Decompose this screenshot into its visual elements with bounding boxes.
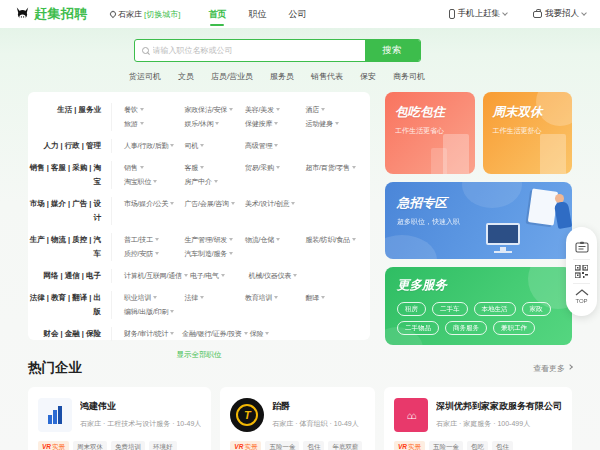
service-tag-housekeeping[interactable]: 家政: [522, 302, 551, 316]
hot-tag[interactable]: 店员/营业员: [211, 71, 253, 82]
nav-companies[interactable]: 公司: [288, 0, 306, 29]
site-logo[interactable]: 赶集招聘: [14, 5, 88, 23]
category-item[interactable]: 保健按摩: [245, 117, 304, 131]
company-logo: [38, 398, 72, 432]
service-tag-parttime[interactable]: 兼职工作: [493, 321, 535, 335]
building-decoration: [540, 134, 566, 174]
category-item[interactable]: 教育培训: [245, 291, 304, 305]
category-item[interactable]: 人事/行政/后勤: [124, 139, 183, 153]
category-group-label: 人力 | 行政 | 管理: [28, 139, 112, 153]
category-item[interactable]: 司机: [185, 139, 244, 153]
hot-tag[interactable]: 保安: [360, 71, 376, 82]
company-tag: 包住: [303, 441, 324, 450]
company-logo: ⌂⌂: [394, 398, 428, 432]
service-tag-secondhand[interactable]: 二手物品: [397, 321, 439, 335]
category-row: 销售 | 客服 | 采购 | 淘宝 销售 客服 贸易/采购 超市/百货/零售 淘…: [28, 157, 370, 193]
hot-tag[interactable]: 货运司机: [129, 71, 161, 82]
vr-badge: VR实景: [394, 441, 425, 450]
company-tag: 五险一金: [265, 441, 299, 450]
feedback-button[interactable]: [566, 236, 597, 259]
category-item[interactable]: 电子/电气: [190, 269, 247, 283]
category-item[interactable]: 房产中介: [185, 175, 244, 189]
category-item[interactable]: 汽车制造/服务: [185, 247, 244, 261]
search-button[interactable]: 搜索: [365, 40, 420, 61]
category-item[interactable]: 餐饮: [124, 103, 183, 117]
company-card[interactable]: ⌂⌂ 深圳优邦到家家政服务有限公司 石家庄 · 家庭服务 · 100-499人 …: [384, 387, 572, 450]
category-item[interactable]: 高级管理: [245, 139, 304, 153]
category-item[interactable]: 金融/银行/证券/投资: [182, 327, 248, 341]
more-services-title: 更多服务: [397, 277, 572, 294]
category-item[interactable]: 贸易/采购: [245, 161, 304, 175]
recruit-label: 我要招人: [545, 8, 579, 20]
category-item[interactable]: 旅游: [124, 117, 183, 131]
hot-tag[interactable]: 服务员: [270, 71, 294, 82]
company-meta: 石家庄 · 体育组织 · 10-49人: [272, 419, 358, 429]
category-item[interactable]: 职业培训: [124, 291, 183, 305]
category-group-label: 市场 | 媒介 | 广告 | 设计: [28, 197, 112, 225]
category-item[interactable]: 财务/审计/统计: [124, 327, 180, 341]
category-item[interactable]: 美容/美发: [245, 103, 304, 117]
search-input[interactable]: [153, 46, 358, 55]
company-card[interactable]: 鸿建伟业 石家庄 · 工程技术与设计服务 · 10-49人 VR实景 周末双休 …: [28, 387, 211, 450]
main-nav: 首页 职位 公司: [208, 0, 306, 29]
promo-card-urgent-hiring[interactable]: 急招专区 超多职位，快速入职: [385, 182, 572, 259]
category-item[interactable]: 淘宝职位: [124, 175, 183, 189]
company-card[interactable]: T 跆爵 石家庄 · 体育组织 · 10-49人 VR实景 五险一金 包住 年底…: [220, 387, 375, 450]
category-item[interactable]: 保险: [250, 327, 306, 341]
category-group-label: 生产 | 物流 | 质控 | 汽车: [28, 233, 112, 261]
search-bar: 搜索: [134, 39, 421, 62]
category-item[interactable]: 美术/设计/创意: [245, 197, 304, 211]
category-item[interactable]: 运动健身: [306, 117, 365, 131]
service-tag-used-cars[interactable]: 二手车: [432, 302, 468, 316]
mobile-app-menu[interactable]: 手机上赶集: [449, 8, 508, 20]
promo-subtitle: 超多职位，快速入职: [397, 217, 572, 227]
category-item[interactable]: 质控/安防: [124, 247, 183, 261]
city-selector[interactable]: 石家庄 [切换城市]: [110, 9, 180, 20]
location-pin-icon: [109, 10, 117, 18]
category-item[interactable]: 计算机/互联网/通信: [124, 269, 188, 283]
recruit-menu[interactable]: 我要招人: [533, 8, 586, 20]
category-item[interactable]: 市场/媒介/公关: [124, 197, 183, 211]
nav-home[interactable]: 首页: [208, 0, 226, 29]
hot-tag[interactable]: 文员: [178, 71, 194, 82]
view-more-label: 查看更多: [533, 363, 565, 374]
hot-tag[interactable]: 商务司机: [393, 71, 425, 82]
chevron-up-icon: [575, 289, 589, 296]
qr-code-icon: [575, 265, 588, 278]
category-row: 网络 | 通信 | 电子 计算机/互联网/通信 电子/电气 机械/仪器仪表: [28, 265, 370, 287]
hot-search-tags: 货运司机 文员 店员/营业员 服务员 销售代表 保安 商务司机: [0, 71, 577, 82]
category-item[interactable]: 超市/百货/零售: [306, 161, 365, 175]
promo-card-weekends-off[interactable]: 周末双休 工作生活更舒心: [483, 92, 573, 174]
category-item[interactable]: 普工/技工: [124, 233, 183, 247]
hot-tag[interactable]: 销售代表: [311, 71, 343, 82]
category-item[interactable]: 酒店: [306, 103, 365, 117]
mobile-app-label: 手机上赶集: [458, 8, 501, 20]
view-more-link[interactable]: 查看更多: [533, 363, 572, 374]
company-logo: T: [230, 398, 264, 432]
category-group-label: 网络 | 通信 | 电子: [28, 269, 112, 283]
job-category-panel: 生活 | 服务业 餐饮 家政保洁/安保 美容/美发 酒店 旅游 娱乐/休闲 保健…: [28, 92, 370, 340]
category-item[interactable]: 销售: [124, 161, 183, 175]
category-item[interactable]: 服装/纺织/食品: [306, 233, 365, 247]
category-item[interactable]: 客服: [185, 161, 244, 175]
category-item[interactable]: 编辑/出版/印刷: [124, 305, 183, 319]
switch-city-link[interactable]: [切换城市]: [144, 9, 180, 20]
category-item[interactable]: 机械/仪器仪表: [249, 269, 306, 283]
category-item[interactable]: 家政保洁/安保: [185, 103, 244, 117]
category-item[interactable]: 物流/仓储: [245, 233, 304, 247]
nav-jobs[interactable]: 职位: [248, 0, 266, 29]
promo-column: 包吃包住 工作生活更省心 周末双休 工作生活更舒心 急招专区 超多职位，快速入职…: [385, 92, 572, 345]
service-tag-local-life[interactable]: 本地生活: [474, 302, 516, 316]
logo-text: 赶集招聘: [34, 5, 88, 23]
clipboard-icon: [575, 241, 589, 254]
service-tag-business[interactable]: 商务服务: [445, 321, 487, 335]
category-item[interactable]: 生产管理/研发: [185, 233, 244, 247]
category-item[interactable]: 法律: [185, 291, 244, 305]
category-item[interactable]: 广告/会展/咨询: [185, 197, 244, 211]
category-item[interactable]: 翻译: [306, 291, 365, 305]
category-group-label: 生活 | 服务业: [28, 103, 112, 131]
promo-card-room-board[interactable]: 包吃包住 工作生活更省心: [385, 92, 475, 174]
category-item[interactable]: 娱乐/休闲: [185, 117, 244, 131]
category-row: 生产 | 物流 | 质控 | 汽车 普工/技工 生产管理/研发 物流/仓储 服装…: [28, 229, 370, 265]
service-tag-rental[interactable]: 租房: [397, 302, 426, 316]
